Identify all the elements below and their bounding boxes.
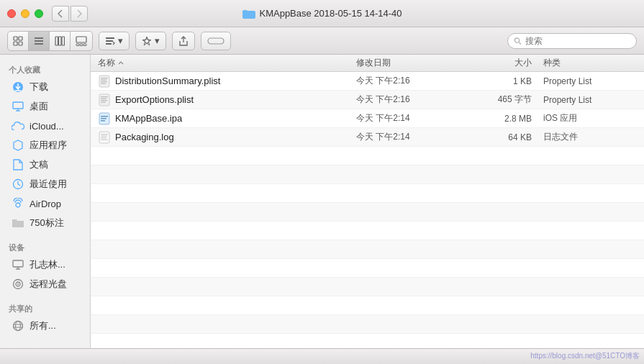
svg-line-23 (519, 42, 521, 44)
sidebar-item-airdrop[interactable]: AirDrop (3, 194, 87, 213)
svg-rect-3 (19, 37, 22, 40)
empty-row (91, 315, 644, 334)
svg-rect-16 (106, 37, 114, 39)
svg-rect-17 (106, 40, 113, 42)
minimize-button[interactable] (21, 9, 30, 18)
svg-rect-21 (208, 38, 224, 44)
sidebar-item-apps[interactable]: 应用程序 (3, 136, 87, 155)
sidebar-item-label: 下载 (30, 81, 48, 94)
sidebar-item-recent[interactable]: 最近使用 (3, 175, 87, 194)
status-bar: https://blog.csdn.net@51CTO博客 (0, 348, 644, 364)
view-toggle-group (7, 31, 93, 51)
svg-rect-18 (106, 43, 112, 45)
svg-point-19 (145, 39, 149, 43)
file-name: DistributionSummary.plist (115, 76, 356, 86)
file-kind: Property List (543, 76, 637, 86)
sidebar-item-label: 桌面 (30, 100, 48, 113)
back-button[interactable] (52, 6, 69, 22)
arrange-button[interactable]: ▾ (99, 32, 130, 50)
forward-button[interactable] (71, 6, 88, 22)
column-view-button[interactable] (50, 32, 71, 50)
search-input[interactable] (525, 36, 630, 46)
list-view-button[interactable] (29, 32, 50, 50)
file-content: 名称 修改日期 大小 种类 DistributionSummary.plist … (91, 55, 644, 348)
file-icon-plist (98, 94, 111, 106)
maximize-button[interactable] (35, 9, 43, 18)
file-kind: iOS 应用 (543, 112, 637, 124)
sidebar-item-label: 远程光盘 (30, 278, 67, 291)
svg-point-38 (14, 322, 23, 331)
desktop-icon (12, 100, 24, 113)
file-kind: 日志文件 (543, 131, 637, 143)
sidebar-item-750[interactable]: 750标注 (3, 214, 87, 232)
close-button[interactable] (7, 9, 16, 18)
file-date: 今天 下午2:16 (356, 94, 471, 106)
window-controls (7, 9, 43, 18)
titlebar: KMAppBase 2018-05-15 14-14-40 (0, 0, 644, 27)
file-kind: Property List (543, 95, 637, 105)
gallery-view-button[interactable] (71, 32, 92, 50)
sidebar-item-download[interactable]: 下载 (3, 78, 87, 96)
file-date: 今天 下午2:16 (356, 75, 471, 87)
svg-rect-45 (101, 81, 107, 82)
table-row[interactable]: DistributionSummary.plist 今天 下午2:16 1 KB… (91, 72, 644, 91)
remote-disk-icon (12, 278, 24, 291)
svg-rect-27 (13, 102, 23, 109)
table-row[interactable]: ExportOptions.plist 今天 下午2:16 465 字节 Pro… (91, 91, 644, 109)
empty-row (91, 278, 644, 296)
sidebar-item-kong[interactable]: 孔志林... (3, 255, 87, 274)
svg-rect-12 (76, 37, 86, 42)
action-button[interactable]: ▾ (135, 32, 166, 50)
sidebar-item-label: AirDrop (30, 199, 61, 209)
sidebar-item-icloud[interactable]: iCloud... (3, 117, 87, 135)
svg-rect-44 (101, 79, 106, 80)
file-size: 2.8 MB (471, 114, 543, 124)
empty-row (91, 222, 644, 240)
svg-point-31 (16, 203, 20, 207)
sidebar-item-label: 应用程序 (30, 139, 67, 152)
svg-rect-15 (83, 44, 86, 46)
table-row[interactable]: KMAppBase.ipa 今天 下午2:14 2.8 MB iOS 应用 (91, 109, 644, 128)
sidebar-item-documents[interactable]: 文稿 (3, 155, 87, 174)
file-size: 64 KB (471, 132, 543, 142)
svg-rect-59 (101, 137, 106, 138)
icon-view-button[interactable] (8, 32, 29, 50)
sidebar-item-all[interactable]: 所有... (3, 317, 87, 335)
svg-rect-4 (14, 42, 17, 45)
sidebar-item-label: 最近使用 (30, 178, 67, 191)
tag-button[interactable] (201, 32, 231, 50)
col-kind-header[interactable]: 种类 (543, 57, 637, 69)
sidebar-item-remote-disk[interactable]: 远程光盘 (3, 275, 87, 294)
file-size: 1 KB (471, 76, 543, 86)
svg-rect-9 (55, 37, 58, 45)
sidebar-item-label: 750标注 (30, 217, 64, 229)
sidebar-item-label: 文稿 (30, 158, 48, 171)
svg-rect-11 (62, 37, 65, 45)
svg-rect-53 (101, 116, 108, 117)
arrange-dropdown-icon: ▾ (118, 35, 123, 46)
share-button[interactable] (172, 32, 195, 50)
icloud-icon (12, 119, 24, 132)
svg-rect-2 (14, 37, 17, 40)
col-size-header[interactable]: 大小 (471, 57, 543, 69)
shared-section-title: 共享的 (0, 299, 90, 316)
sidebar-item-label: 所有... (30, 319, 56, 332)
computer-icon (12, 258, 24, 271)
table-row[interactable]: Packaging.log 今天 下午2:14 64 KB 日志文件 (91, 128, 644, 147)
recent-icon (12, 178, 24, 191)
empty-row (91, 165, 644, 184)
file-list: DistributionSummary.plist 今天 下午2:16 1 KB… (91, 72, 644, 348)
file-icon-log (98, 131, 111, 144)
search-box[interactable] (507, 33, 637, 49)
sidebar-item-desktop[interactable]: 桌面 (3, 97, 87, 116)
documents-icon (12, 158, 24, 171)
svg-rect-5 (19, 42, 22, 45)
svg-rect-46 (101, 83, 106, 83)
empty-row (91, 296, 644, 315)
empty-row (91, 184, 644, 203)
personal-section-title: 个人收藏 (0, 60, 90, 77)
col-name-header[interactable]: 名称 (98, 57, 356, 69)
network-icon (12, 319, 24, 332)
col-date-header[interactable]: 修改日期 (356, 57, 471, 69)
file-date: 今天 下午2:14 (356, 131, 471, 143)
